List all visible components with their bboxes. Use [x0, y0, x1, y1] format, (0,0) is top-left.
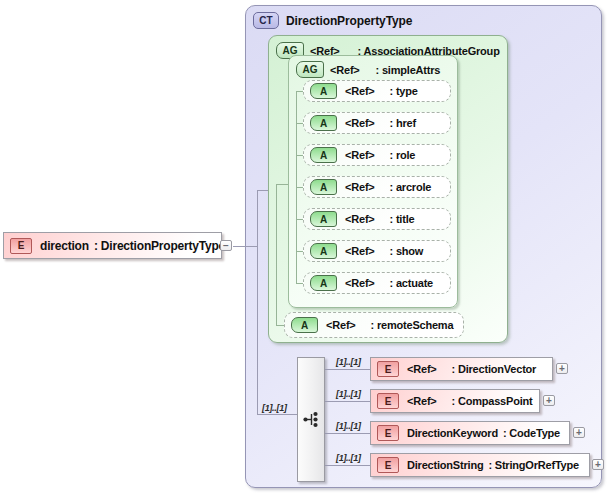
expand-toggle[interactable]: +	[556, 363, 568, 374]
attribute-icon: A	[310, 83, 337, 99]
simpleattrs-ref: <Ref>	[330, 64, 360, 76]
element-type: : CodeType	[503, 427, 560, 439]
connector-line	[325, 433, 370, 434]
connector-line	[325, 369, 370, 370]
connector-line	[276, 184, 288, 185]
connector-line	[233, 246, 257, 247]
choice-icon	[303, 410, 320, 429]
attribute-name: : show	[390, 245, 424, 257]
connector-line	[296, 219, 303, 220]
element-icon: E	[377, 457, 399, 473]
element-ref: <Ref>	[407, 395, 437, 407]
attribute-icon: A	[291, 317, 318, 333]
connector-line	[296, 251, 303, 252]
attribute-ref: <Ref>	[345, 277, 375, 289]
element-directionkeyword[interactable]: E DirectionKeyword : CodeType	[370, 421, 570, 445]
attribute-icon: A	[310, 115, 337, 131]
attribute-remoteschema[interactable]: A <Ref> : remoteSchema	[284, 312, 464, 338]
attribute-ref: <Ref>	[345, 213, 375, 225]
attribute-icon: A	[310, 211, 337, 227]
connector-line	[296, 91, 303, 92]
element-label: DirectionString	[407, 459, 483, 471]
attribute-icon: A	[310, 243, 337, 259]
connector-line	[296, 155, 303, 156]
element-label: DirectionKeyword	[407, 427, 498, 439]
xsd-schema-diagram: CT DirectionPropertyType AG <Ref> : Asso…	[0, 0, 611, 494]
attribute-title[interactable]: A <Ref> : title	[303, 208, 451, 230]
connector-line	[257, 414, 297, 415]
attribute-ref: <Ref>	[345, 85, 375, 97]
attribute-ref: <Ref>	[326, 319, 356, 331]
expand-toggle[interactable]: +	[592, 459, 604, 470]
cardinality-label: [1]..[1]	[336, 389, 361, 399]
attribute-href[interactable]: A <Ref> : href	[303, 112, 451, 134]
attribute-name: : actuate	[390, 277, 433, 289]
simpleattrs-name: : simpleAttrs	[376, 64, 441, 76]
complex-type-icon: CT	[253, 12, 279, 29]
element-type: : CompassPoint	[452, 395, 533, 407]
connector-line	[257, 190, 258, 415]
cardinality-label: [1]..[1]	[262, 403, 287, 413]
attribute-ref: <Ref>	[345, 181, 375, 193]
attribute-name: : href	[390, 117, 416, 129]
connector-line	[276, 184, 277, 326]
element-compasspoint[interactable]: E <Ref> : CompassPoint	[370, 389, 540, 413]
cardinality-label: [1]..[1]	[336, 357, 361, 367]
element-type: : DirectionPropertyType	[94, 239, 225, 253]
attribute-role[interactable]: A <Ref> : role	[303, 144, 451, 166]
element-directionstring[interactable]: E DirectionString : StringOrRefType	[370, 453, 590, 477]
choice-compositor[interactable]	[297, 357, 325, 482]
attribute-name: : remoteSchema	[371, 319, 454, 331]
attribute-ref: <Ref>	[345, 245, 375, 257]
element-icon: E	[377, 361, 399, 377]
collapse-toggle[interactable]: −	[220, 240, 232, 251]
attribute-show[interactable]: A <Ref> : show	[303, 240, 451, 262]
attribute-name: : title	[390, 213, 415, 225]
complex-type-title: DirectionPropertyType	[286, 14, 412, 28]
attribute-ref: <Ref>	[345, 149, 375, 161]
element-name: direction	[40, 239, 89, 253]
attribute-name: : role	[390, 149, 416, 161]
attribute-ref: <Ref>	[345, 117, 375, 129]
attribute-icon: A	[310, 275, 337, 291]
attribute-group-icon: AG	[296, 61, 324, 78]
attribute-arcrole[interactable]: A <Ref> : arcrole	[303, 176, 451, 198]
element-icon: E	[377, 425, 399, 441]
cardinality-label: [1]..[1]	[336, 453, 361, 463]
element-ref: <Ref>	[407, 363, 437, 375]
attribute-name: : arcrole	[390, 181, 432, 193]
attribute-actuate[interactable]: A <Ref> : actuate	[303, 272, 451, 294]
connector-line	[325, 401, 370, 402]
expand-toggle[interactable]: +	[543, 395, 555, 406]
element-direction[interactable]: E direction : DirectionPropertyType	[3, 232, 222, 259]
connector-line	[276, 325, 284, 326]
cardinality-label: [1]..[1]	[336, 421, 361, 431]
attribute-icon: A	[310, 147, 337, 163]
connector-line	[296, 187, 303, 188]
attribute-name: : type	[390, 85, 418, 97]
attribute-type[interactable]: A <Ref> : type	[303, 80, 451, 102]
element-directionvector[interactable]: E <Ref> : DirectionVector	[370, 357, 553, 381]
connector-line	[257, 190, 268, 191]
connector-line	[296, 283, 303, 284]
connector-line	[296, 123, 303, 124]
connector-line	[325, 465, 370, 466]
expand-toggle[interactable]: +	[573, 427, 585, 438]
element-type: : DirectionVector	[452, 363, 537, 375]
element-icon: E	[377, 393, 399, 409]
element-icon: E	[10, 238, 32, 254]
attribute-icon: A	[310, 179, 337, 195]
element-type: : StringOrRefType	[488, 459, 579, 471]
